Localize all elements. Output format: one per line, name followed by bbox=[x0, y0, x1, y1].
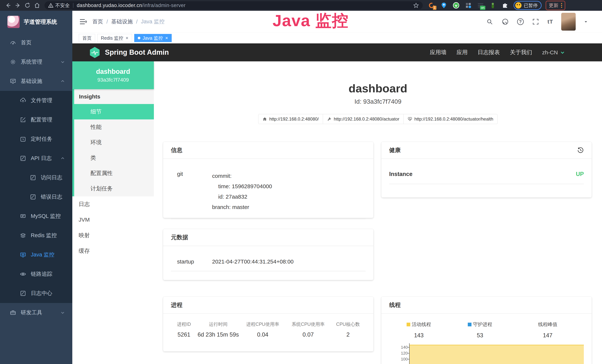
extension-pin-icon[interactable] bbox=[440, 2, 448, 9]
tag-label: Redis 监控 bbox=[101, 35, 123, 41]
health-history-icon[interactable] bbox=[577, 147, 584, 153]
info-card: 信息 git commit: time: 1596289704000 id: 2… bbox=[163, 142, 373, 218]
sidebar-item-config-management[interactable]: 配置管理 bbox=[0, 110, 72, 129]
sidebar-item-log-center[interactable]: 日志中心 bbox=[0, 284, 72, 303]
sidebar-item-infrastructure[interactable]: 基础设施 bbox=[0, 72, 72, 91]
service-url-health-button[interactable]: http://192.168.0.2:48080/actuator/health bbox=[403, 114, 498, 124]
tag-redis-monitor[interactable]: Redis 监控 bbox=[97, 34, 132, 42]
sba-item-configprops[interactable]: 配置属性 bbox=[74, 166, 154, 181]
sba-brand[interactable]: Spring Boot Admin bbox=[89, 47, 169, 58]
mysql-monitor-icon bbox=[20, 213, 26, 219]
sba-nav-journal[interactable]: 日志报表 bbox=[478, 49, 500, 56]
spring-boot-admin-logo bbox=[89, 47, 100, 58]
sba-locale-select[interactable]: zh-CN bbox=[542, 49, 565, 56]
service-url-home-button[interactable]: http://192.168.0.2:48080/ bbox=[258, 114, 323, 124]
sba-item-environment[interactable]: 环境 bbox=[74, 135, 154, 150]
close-icon[interactable] bbox=[165, 37, 168, 40]
sidebar-item-system[interactable]: 系统管理 bbox=[0, 52, 72, 72]
help-icon[interactable]: ? bbox=[517, 18, 524, 25]
fullscreen-icon[interactable] bbox=[532, 18, 539, 25]
sba-nav-wallboard[interactable]: 应用墙 bbox=[430, 49, 446, 56]
extension-green-circle-icon[interactable] bbox=[452, 2, 460, 9]
sidebar-item-redis-monitor[interactable]: Redis 监控 bbox=[0, 226, 72, 245]
legend-value-live: 143 bbox=[389, 332, 449, 339]
browser-home-button[interactable] bbox=[32, 1, 42, 10]
sba-item-jvm[interactable]: JVM bbox=[72, 212, 154, 227]
sba-selected-application[interactable]: dashboard 93a3fc7f7409 bbox=[72, 61, 154, 89]
sba-item-scheduled-tasks[interactable]: 计划任务 bbox=[74, 181, 154, 196]
info-row-value: commit: time: 1596289704000 id: 27aa832 … bbox=[212, 171, 272, 212]
threads-area-chart: 140 120 100 bbox=[389, 342, 584, 364]
sidebar-item-java-monitor[interactable]: Java 监控 bbox=[0, 245, 72, 264]
tag-home[interactable]: 首页 bbox=[79, 34, 95, 42]
tag-java-monitor[interactable]: Java 监控 bbox=[134, 34, 172, 42]
breadcrumb-home[interactable]: 首页 bbox=[92, 18, 103, 25]
bookmark-star-icon[interactable] bbox=[413, 2, 419, 8]
service-url-group: http://192.168.0.2:48080/ http://192.168… bbox=[154, 114, 602, 124]
legend-swatch-live bbox=[407, 323, 410, 326]
browser-menu-icon[interactable] bbox=[561, 3, 562, 8]
sidebar-item-label: 首页 bbox=[21, 39, 32, 46]
log-edit-icon bbox=[20, 155, 26, 161]
process-col-header: 系统CPU使用率 bbox=[286, 321, 330, 327]
browser-forward-button[interactable] bbox=[13, 1, 23, 10]
sba-navbar: Spring Boot Admin 应用墙 应用 日志报表 关于我们 zh-CN bbox=[72, 43, 602, 61]
log-edit-icon bbox=[30, 175, 36, 181]
sba-nav-applications[interactable]: 应用 bbox=[456, 49, 468, 56]
health-status-badge: UP bbox=[576, 171, 584, 177]
sidebar-item-label: 日志中心 bbox=[31, 290, 52, 297]
breadcrumb-section[interactable]: 基础设施 bbox=[111, 18, 133, 25]
not-secure-warning-icon bbox=[48, 3, 54, 8]
sidebar-item-file-management[interactable]: 文件管理 bbox=[0, 91, 72, 110]
sidebar-item-error-log[interactable]: 错误日志 bbox=[0, 187, 72, 207]
extension-leaf-icon[interactable] bbox=[489, 2, 496, 9]
sba-app-name: dashboard bbox=[96, 68, 130, 75]
browser-reload-button[interactable] bbox=[23, 1, 32, 10]
sba-item-caches[interactable]: 缓存 bbox=[72, 243, 154, 259]
font-size-icon[interactable]: tT bbox=[548, 19, 553, 25]
active-threads-area bbox=[409, 345, 584, 364]
extension-list-icon[interactable]: on bbox=[477, 2, 484, 9]
browser-profile-button[interactable]: 已暂停 bbox=[514, 1, 542, 10]
sidebar-item-mysql-monitor[interactable]: MySQL 监控 bbox=[0, 207, 72, 226]
close-icon[interactable] bbox=[126, 37, 129, 40]
health-card: 健康 Instance UP bbox=[381, 142, 592, 197]
sba-nav-about[interactable]: 关于我们 bbox=[510, 49, 532, 56]
legend-value-peak: 147 bbox=[512, 332, 584, 339]
sba-item-logs[interactable]: 日志 bbox=[72, 196, 154, 212]
sidebar-item-label: Redis 监控 bbox=[31, 232, 57, 239]
health-instance-row: Instance UP bbox=[389, 159, 584, 184]
sidebar-item-devtools[interactable]: 研发工具 bbox=[0, 303, 72, 322]
sidebar-item-access-log[interactable]: 访问日志 bbox=[0, 168, 72, 187]
hamburger-menu-icon[interactable] bbox=[79, 18, 87, 26]
service-url-actuator-button[interactable]: http://192.168.0.2:48080/actuator bbox=[323, 114, 404, 124]
github-icon[interactable] bbox=[502, 18, 509, 25]
browser-update-button[interactable]: 更新 bbox=[546, 1, 565, 10]
sidebar-item-api-log[interactable]: API 日志 bbox=[0, 149, 72, 168]
sba-item-details[interactable]: 细节 bbox=[74, 104, 154, 119]
sba-item-mappings[interactable]: 映射 bbox=[72, 227, 154, 243]
sidebar-logo-row[interactable]: 芋道管理系统 bbox=[0, 11, 72, 33]
sidebar-item-label: 访问日志 bbox=[41, 174, 62, 181]
user-avatar[interactable] bbox=[561, 13, 576, 31]
avatar-caret-down-icon[interactable] bbox=[584, 20, 588, 24]
sidebar-item-label: 配置管理 bbox=[31, 116, 52, 124]
browser-address-bar[interactable]: 不安全 dashboard.yudao.iocoder.cn/infra/adm… bbox=[44, 1, 423, 10]
browser-back-button[interactable] bbox=[3, 1, 13, 10]
home-icon bbox=[263, 117, 267, 121]
sba-item-classes[interactable]: 类 bbox=[74, 150, 154, 166]
sba-item-metrics[interactable]: 性能 bbox=[74, 119, 154, 135]
threads-legend: 活动线程 143 守护进程 53 线程峰值 147 bbox=[389, 321, 584, 339]
extension-puzzle-icon[interactable] bbox=[501, 2, 509, 9]
sidebar-item-trace[interactable]: 链路追踪 bbox=[0, 264, 72, 284]
extension-grid-icon[interactable] bbox=[465, 2, 472, 9]
extension-orange-icon[interactable]: 1 bbox=[428, 2, 435, 9]
sidebar-item-scheduled-jobs[interactable]: 定时任务 bbox=[0, 129, 72, 149]
extension-badge: 1 bbox=[433, 6, 436, 10]
sidebar-item-home[interactable]: 首页 bbox=[0, 33, 72, 52]
health-row-label: Instance bbox=[389, 171, 412, 177]
breadcrumb-current: Java 监控 bbox=[141, 18, 164, 25]
sidebar-item-label: 定时任务 bbox=[31, 135, 52, 143]
toolbox-icon bbox=[10, 310, 16, 316]
search-icon[interactable] bbox=[486, 18, 493, 25]
